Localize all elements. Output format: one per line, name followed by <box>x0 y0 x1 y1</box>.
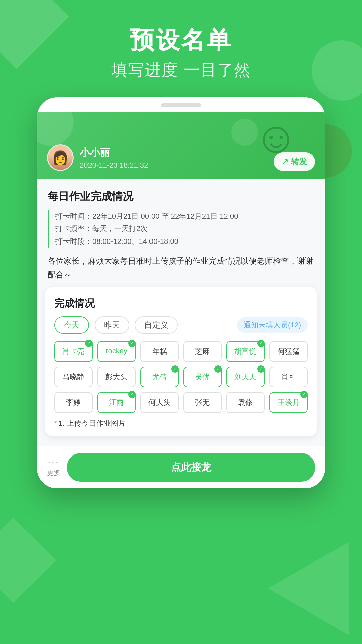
header-circle1 <box>37 112 74 146</box>
author-time: 2020-11-23 18:21:32 <box>80 161 148 170</box>
author-info: 👩 小小丽 2020-11-23 18:21:32 <box>47 144 274 171</box>
notify-button[interactable]: 通知未填人员(12) <box>237 317 308 333</box>
name-tag-wuyou[interactable]: ✓ 吴优 <box>183 367 222 387</box>
filter-row: 今天 昨天 自定义 通知未填人员(12) <box>54 316 308 334</box>
info-line-2: 打卡频率：每天，一天打2次 <box>55 222 314 235</box>
check-mark: ✓ <box>128 391 136 398</box>
header-section: 预设名单 填写进度 一目了然 <box>0 0 362 81</box>
more-button[interactable]: ··· 更多 <box>47 458 60 477</box>
info-line-1: 打卡时间：22年10月21日 00:00 至 22年12月21日 12:00 <box>55 210 314 222</box>
name-tag-liting[interactable]: 李婷 <box>54 392 93 413</box>
check-mark: ✓ <box>300 391 308 398</box>
smiley-icon: ☺ <box>254 115 298 159</box>
check-mark: ✓ <box>128 340 136 347</box>
name-tag-hemengmeng[interactable]: 何猛猛 <box>269 341 308 362</box>
more-dots: ··· <box>48 458 59 467</box>
sub-title: 填写进度 一目了然 <box>0 59 362 81</box>
name-tag-rockey[interactable]: ✓ rockey <box>97 341 135 362</box>
required-field: * 1. 上传今日作业图片 <box>54 418 308 428</box>
filter-custom[interactable]: 自定义 <box>135 316 178 334</box>
more-label: 更多 <box>47 468 60 477</box>
phone-frame: ☺ 👩 小小丽 2020-11-23 18:21:32 ↗ 转发 每日作业完成情… <box>37 97 325 488</box>
name-tag-niangao[interactable]: 年糕 <box>140 341 179 362</box>
info-line-3: 打卡时段：08:00-12:00、14:00-18:00 <box>55 235 314 248</box>
name-tag-maxiaojing[interactable]: 马晓静 <box>54 367 93 387</box>
info-block: 打卡时间：22年10月21日 00:00 至 22年12月21日 12:00 打… <box>48 210 314 248</box>
description-text: 各位家长，麻烦大家每日准时上传孩子的作业完成情况以便老师检查，谢谢配合～ <box>48 254 314 282</box>
name-tag-hufuyue[interactable]: ✓ 胡富悦 <box>226 341 264 362</box>
check-mark: ✓ <box>214 365 222 373</box>
name-tag-liutiantian[interactable]: ✓ 刘天天 <box>226 367 264 387</box>
filter-yesterday[interactable]: 昨天 <box>95 316 129 334</box>
bg-triangle-bottomright <box>268 519 362 635</box>
bottom-bar: ··· 更多 点此接龙 <box>37 446 325 488</box>
check-mark: ✓ <box>85 340 93 347</box>
avatar: 👩 <box>47 144 74 171</box>
section-title: 每日作业完成情况 <box>48 189 314 204</box>
check-mark: ✓ <box>257 340 265 347</box>
completion-card: 完成情况 今天 昨天 自定义 通知未填人员(12) ✓ 肖卡壳 ✓ rocke <box>45 287 317 436</box>
name-tag-wangtanyue[interactable]: ✓ 王谈月 <box>269 392 308 413</box>
name-tag-yuanxiu[interactable]: 袁修 <box>226 392 264 413</box>
main-title: 预设名单 <box>0 27 362 53</box>
name-tag-youqian[interactable]: ✓ 尤倩 <box>140 367 179 387</box>
card-header: ☺ 👩 小小丽 2020-11-23 18:21:32 ↗ 转发 <box>37 112 325 179</box>
completion-title: 完成情况 <box>54 297 308 310</box>
check-mark: ✓ <box>257 365 265 373</box>
name-tag-zhima[interactable]: 芝麻 <box>183 341 222 362</box>
author-text: 小小丽 2020-11-23 18:21:32 <box>80 146 148 170</box>
name-tag-xiaoke[interactable]: 肖可 <box>269 367 308 387</box>
author-name: 小小丽 <box>80 146 148 160</box>
check-mark: ✓ <box>171 365 179 373</box>
action-button[interactable]: 点此接龙 <box>67 453 315 482</box>
phone-speaker <box>161 103 201 107</box>
name-tag-zhangwu[interactable]: 张无 <box>183 392 222 413</box>
required-field-text: 1. 上传今日作业图片 <box>59 418 126 428</box>
avatar-image: 👩 <box>48 144 73 171</box>
required-star: * <box>54 419 57 428</box>
filter-today[interactable]: 今天 <box>54 316 89 334</box>
bg-diamond-bottomleft <box>0 518 56 603</box>
phone-mockup: ☺ 👩 小小丽 2020-11-23 18:21:32 ↗ 转发 每日作业完成情… <box>37 97 325 488</box>
name-tag-hedatou[interactable]: 何大头 <box>140 392 179 413</box>
name-tag-jiangyu[interactable]: ✓ 江雨 <box>97 392 135 413</box>
name-tag-pengdatou[interactable]: 彭大头 <box>97 367 135 387</box>
name-tag-xiaokaike[interactable]: ✓ 肖卡壳 <box>54 341 93 362</box>
name-grid: ✓ 肖卡壳 ✓ rockey 年糕 芝麻 ✓ 胡富悦 <box>54 341 308 413</box>
content-area: 每日作业完成情况 打卡时间：22年10月21日 00:00 至 22年12月21… <box>37 179 325 446</box>
